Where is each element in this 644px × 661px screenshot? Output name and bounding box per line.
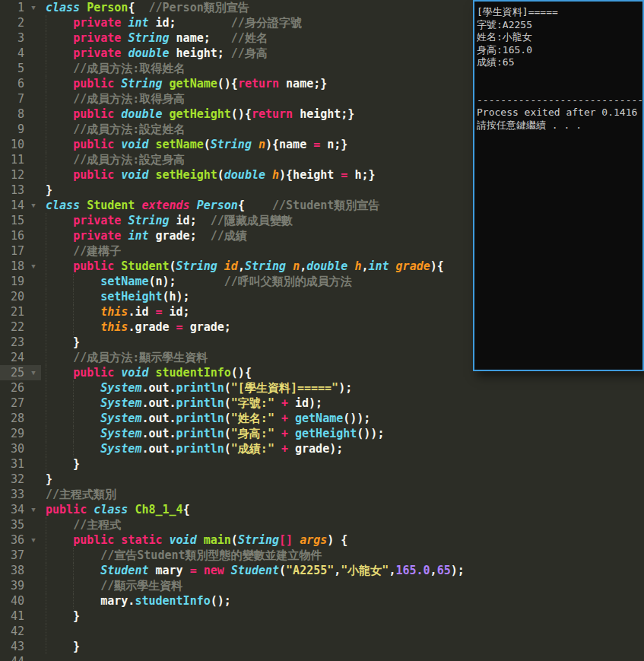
code-text: //主程式類別	[46, 487, 116, 502]
gutter: 26	[0, 380, 41, 396]
fold-arrow-icon[interactable]: ▼	[27, 0, 40, 15]
code-line[interactable]: 41 }	[0, 609, 644, 624]
gutter: 8	[0, 106, 41, 122]
gutter: 14▼	[0, 198, 41, 213]
code-text: }	[46, 639, 80, 654]
code-line[interactable]: 33//主程式類別	[0, 487, 644, 502]
gutter: 43	[0, 639, 41, 654]
line-number: 6	[0, 76, 24, 91]
code-text: public Student(String id,String n,double…	[46, 259, 444, 274]
code-text: }	[46, 609, 80, 624]
code-text: //成員方法:顯示學生資料	[46, 350, 208, 365]
gutter: 38	[0, 563, 41, 578]
code-line[interactable]: 40 mary.studentInfo();	[0, 593, 644, 609]
line-number: 9	[0, 122, 24, 137]
gutter: 29	[0, 426, 41, 441]
code-line[interactable]: 37 //宣告Student類別型態的變數並建立物件	[0, 548, 644, 563]
line-number: 29	[0, 426, 24, 441]
line-number: 15	[0, 213, 24, 228]
gutter: 17	[0, 243, 41, 259]
code-line[interactable]: 39 //顯示學生資料	[0, 578, 644, 593]
line-number: 22	[0, 319, 24, 335]
code-line[interactable]: 44	[0, 654, 644, 661]
code-text: public static void main(String[] args) {	[46, 532, 347, 548]
line-number: 26	[0, 380, 24, 396]
gutter: 34▼	[0, 502, 41, 517]
line-number: 14	[0, 198, 24, 213]
line-number: 19	[0, 274, 24, 289]
line-number: 12	[0, 167, 24, 183]
gutter: 18▼	[0, 259, 41, 274]
line-number: 10	[0, 137, 24, 152]
code-text: private String id; //隱藏成員變數	[46, 213, 293, 228]
line-number: 11	[0, 152, 24, 167]
code-line[interactable]: 30 System.out.println("成績:" + grade);	[0, 441, 644, 456]
fold-arrow-icon[interactable]: ▼	[27, 198, 40, 213]
console-output: [學生資料]=====字號:A2255姓名:小龍女身高:165.0成績:65--…	[477, 6, 642, 132]
line-number: 43	[0, 639, 24, 654]
gutter: 24	[0, 350, 41, 365]
code-line[interactable]: 26 System.out.println("[學生資料]=====");	[0, 380, 644, 396]
line-number: 5	[0, 61, 24, 76]
code-text: public String getName(){return name;}	[46, 76, 327, 91]
code-line[interactable]: 36▼ public static void main(String[] arg…	[0, 532, 644, 548]
line-number: 24	[0, 350, 24, 365]
fold-arrow-icon[interactable]: ▼	[27, 259, 40, 274]
code-text: mary.studentInfo();	[46, 593, 231, 609]
line-number: 20	[0, 289, 24, 304]
gutter: 23	[0, 335, 41, 350]
gutter: 4	[0, 46, 41, 61]
code-text: }	[46, 456, 80, 472]
fold-arrow-icon[interactable]: ▼	[27, 532, 40, 548]
code-line[interactable]: 32}	[0, 472, 644, 487]
line-number: 37	[0, 548, 24, 563]
console-line	[477, 81, 642, 94]
code-line[interactable]: 42	[0, 624, 644, 639]
gutter: 6	[0, 76, 41, 91]
line-number: 16	[0, 228, 24, 243]
code-line[interactable]: 34▼public class Ch8_1_4{	[0, 502, 644, 517]
console-line: 請按任意鍵繼續 . . .	[477, 119, 642, 132]
code-line[interactable]: 27 System.out.println("字號:" + id);	[0, 396, 644, 411]
code-text: //顯示學生資料	[46, 578, 182, 593]
gutter: 39	[0, 578, 41, 593]
code-text: //主程式	[46, 517, 121, 532]
code-line[interactable]: 29 System.out.println("身高:" + getHeight(…	[0, 426, 644, 441]
line-number: 7	[0, 91, 24, 106]
gutter-highlighted: 25▼	[0, 365, 41, 380]
gutter: 33	[0, 487, 41, 502]
fold-arrow-icon[interactable]: ▼	[27, 365, 40, 380]
console-line	[477, 69, 642, 82]
gutter: 2	[0, 15, 41, 30]
line-number: 35	[0, 517, 24, 532]
console-line: ----------------------------	[477, 94, 642, 107]
line-number: 34	[0, 502, 24, 517]
code-text: public class Ch8_1_4{	[46, 502, 190, 517]
console-window[interactable]: [學生資料]=====字號:A2255姓名:小龍女身高:165.0成績:65--…	[473, 0, 644, 371]
fold-arrow-icon[interactable]: ▼	[27, 502, 40, 517]
console-line: 姓名:小龍女	[477, 31, 642, 44]
code-text: public double getHeight(){return height;…	[46, 106, 354, 122]
code-line[interactable]: 28 System.out.println("姓名:" + getName())…	[0, 411, 644, 426]
line-number: 40	[0, 593, 24, 609]
code-line[interactable]: 35 //主程式	[0, 517, 644, 532]
line-number: 42	[0, 624, 24, 639]
gutter: 41	[0, 609, 41, 624]
line-number: 1	[0, 0, 24, 15]
code-text: this.grade = grade;	[46, 319, 231, 335]
gutter: 10	[0, 137, 41, 152]
code-line[interactable]: 43 }	[0, 639, 644, 654]
gutter: 37	[0, 548, 41, 563]
line-number: 23	[0, 335, 24, 350]
code-text: private int grade; //成績	[46, 228, 247, 243]
code-text: System.out.println("成績:" + grade);	[46, 441, 343, 456]
line-number: 21	[0, 304, 24, 319]
gutter: 32	[0, 472, 41, 487]
code-line[interactable]: 38 Student mary = new Student("A2255","小…	[0, 563, 644, 578]
line-number: 17	[0, 243, 24, 259]
line-number: 38	[0, 563, 24, 578]
gutter: 16	[0, 228, 41, 243]
code-line[interactable]: 31 }	[0, 456, 644, 472]
gutter: 11	[0, 152, 41, 167]
gutter: 22	[0, 319, 41, 335]
